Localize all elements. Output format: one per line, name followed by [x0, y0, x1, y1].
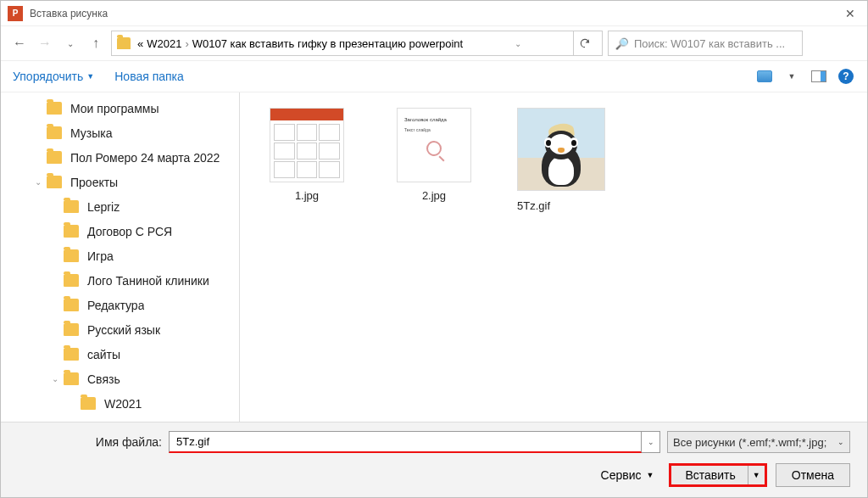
view-mode-button[interactable]	[755, 67, 774, 86]
dialog-window: P Вставка рисунка ✕ ← → ⌄ ↑ « W2021 › W0…	[0, 0, 868, 498]
tree-item-label: Музыка	[70, 126, 113, 140]
organize-button[interactable]: Упорядочить ▼	[13, 70, 94, 83]
tree-item-label: W2021	[104, 397, 142, 411]
file-name-label: 2.jpg	[422, 189, 446, 202]
powerpoint-icon: P	[8, 6, 23, 21]
breadcrumb-segment[interactable]: W2021	[147, 37, 181, 50]
tree-item-label: сайты	[87, 348, 120, 361]
tree-item[interactable]: ⌄Связь	[1, 367, 239, 391]
back-button[interactable]: ←	[9, 33, 30, 53]
thumbnail-view-icon	[757, 70, 772, 82]
folder-icon	[47, 151, 62, 164]
view-mode-dropdown[interactable]: ▼	[782, 67, 801, 86]
chevron-down-icon: ▼	[86, 72, 94, 81]
folder-icon	[47, 126, 62, 139]
file-name-label: 1.jpg	[295, 189, 319, 202]
tree-item-label: Связь	[87, 372, 120, 386]
folder-icon	[64, 225, 79, 238]
search-icon: 🔍	[615, 37, 629, 50]
tree-item-label: Договор С РСЯ	[87, 225, 172, 238]
cancel-button[interactable]: Отмена	[776, 463, 850, 487]
help-button[interactable]: ?	[837, 67, 855, 86]
organize-label: Упорядочить	[13, 70, 83, 83]
folder-icon	[117, 37, 131, 49]
insert-dropdown[interactable]: ▼	[748, 466, 765, 484]
file-item[interactable]: 5Tz.gif	[515, 108, 608, 213]
forward-button[interactable]: →	[35, 33, 55, 53]
window-title: Вставка рисунка	[30, 8, 840, 20]
file-item[interactable]: 1.jpg	[260, 108, 353, 202]
folder-icon	[81, 397, 96, 410]
filename-input[interactable]	[169, 431, 642, 453]
breadcrumb-prefix: «	[137, 37, 143, 50]
tree-item[interactable]: Мои программы	[1, 96, 239, 120]
tree-item-label: Игра	[87, 249, 114, 263]
tree-item[interactable]: Игра	[1, 243, 239, 268]
tree-item[interactable]: Редактура	[1, 293, 239, 317]
address-dropdown[interactable]: ⌄	[509, 39, 526, 48]
insert-label: Вставить	[685, 468, 747, 482]
search-placeholder: Поиск: W0107 как вставить ...	[634, 37, 795, 50]
up-button[interactable]: ↑	[86, 33, 106, 53]
preview-pane-icon	[811, 70, 826, 82]
preview-pane-button[interactable]	[810, 67, 828, 86]
main-area: Мои программыМузыкаПол Ромеро 24 марта 2…	[1, 92, 867, 422]
folder-icon	[64, 323, 79, 336]
expand-caret-icon: ⌄	[52, 374, 62, 383]
tree-item-label: Лого Таниной клиники	[87, 274, 209, 288]
search-input[interactable]: 🔍 Поиск: W0107 как вставить ...	[608, 31, 803, 56]
tree-item-label: Lepriz	[87, 200, 120, 214]
tree-item-label: Проекты	[70, 176, 118, 189]
tree-item[interactable]: Музыка	[1, 120, 239, 145]
service-label: Сервис	[601, 468, 642, 482]
tree-item-label: Пол Ромеро 24 марта 2022	[70, 151, 220, 165]
folder-icon	[64, 299, 79, 311]
folder-icon	[64, 200, 79, 213]
tree-item-label: Русский язык	[87, 323, 160, 337]
folder-tree[interactable]: Мои программыМузыкаПол Ромеро 24 марта 2…	[1, 92, 240, 422]
tree-item[interactable]: Lepriz	[1, 194, 239, 219]
close-button[interactable]: ✕	[840, 3, 860, 24]
refresh-icon	[579, 37, 591, 49]
folder-icon	[64, 372, 79, 385]
nav-bar: ← → ⌄ ↑ « W2021 › W0107 как вставить гиф…	[1, 26, 867, 60]
tree-item[interactable]: Русский язык	[1, 317, 239, 342]
folder-icon	[64, 274, 79, 287]
tree-item[interactable]: сайты	[1, 342, 239, 367]
tree-item[interactable]: W2021	[1, 391, 239, 416]
folder-icon	[64, 249, 79, 262]
tree-item[interactable]: Пол Ромеро 24 марта 2022	[1, 145, 239, 170]
filename-dropdown[interactable]: ⌄	[642, 431, 660, 453]
file-item[interactable]: Заголовок слайдаТекст слайда2.jpg	[387, 108, 481, 202]
folder-icon	[47, 102, 62, 115]
expand-caret-icon: ⌄	[35, 177, 45, 187]
help-icon: ?	[838, 69, 854, 84]
file-type-filter[interactable]: Все рисунки (*.emf;*.wmf;*.jpg; ⌄	[667, 431, 850, 453]
tree-item[interactable]: Договор С РСЯ	[1, 219, 239, 243]
tree-item-label: Мои программы	[70, 102, 159, 115]
tree-item[interactable]: ⌄Проекты	[1, 170, 239, 194]
folder-icon	[64, 348, 79, 361]
title-bar: P Вставка рисунка ✕	[1, 1, 867, 26]
tree-item[interactable]: Лого Таниной клиники	[1, 268, 239, 293]
breadcrumb-segment[interactable]: W0107 как вставить гифку в презентацию p…	[192, 37, 463, 50]
folder-icon	[47, 176, 62, 188]
tree-item-label: Редактура	[87, 299, 144, 312]
toolbar: Упорядочить ▼ Новая папка ▼ ?	[1, 60, 867, 92]
filename-label: Имя файла:	[18, 435, 162, 449]
bottom-panel: Имя файла: ⌄ Все рисунки (*.emf;*.wmf;*.…	[1, 422, 867, 497]
filter-label: Все рисунки (*.emf;*.wmf;*.jpg;	[673, 436, 826, 449]
chevron-right-icon: ›	[185, 37, 188, 50]
new-folder-button[interactable]: Новая папка	[114, 70, 184, 83]
chevron-down-icon: ▼	[647, 471, 654, 479]
insert-button[interactable]: Вставить ▼	[669, 463, 766, 487]
address-bar[interactable]: « W2021 › W0107 как вставить гифку в пре…	[111, 31, 603, 56]
service-button[interactable]: Сервис ▼	[601, 468, 654, 482]
file-list[interactable]: 1.jpgЗаголовок слайдаТекст слайда2.jpg5T…	[240, 92, 867, 422]
recent-locations-dropdown[interactable]: ⌄	[60, 33, 81, 53]
refresh-button[interactable]	[573, 31, 597, 55]
file-name-label: 5Tz.gif	[517, 199, 550, 212]
chevron-down-icon: ⌄	[837, 438, 844, 446]
